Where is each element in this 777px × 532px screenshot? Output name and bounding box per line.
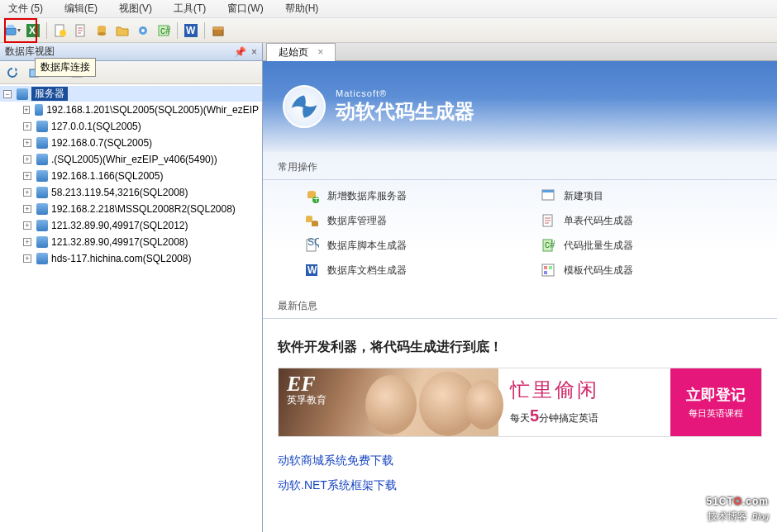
panel-close-icon[interactable]: × xyxy=(251,46,257,58)
server-node[interactable]: +127.0.0.1(SQL2005) xyxy=(0,118,262,135)
brand-banner: Maticsoft® 动软代码生成器 xyxy=(263,61,777,152)
op-item[interactable]: 模板代码生成器 xyxy=(541,263,744,278)
svg-text:SQL: SQL xyxy=(307,238,319,248)
left-panel: 数据库视图 📌 × ✕ 数据库连接 − 服务器 +192.168.1.201\S… xyxy=(0,43,263,532)
op-item[interactable]: 单表代码生成器 xyxy=(541,213,744,228)
tree-root-label: 服务器 xyxy=(31,87,68,101)
word-icon[interactable]: W xyxy=(182,21,200,40)
server-node[interactable]: +hds-117.hichina.com(SQL2008) xyxy=(0,250,262,267)
menu-view[interactable]: 视图(V) xyxy=(114,0,157,17)
op-item[interactable]: c#代码批量生成器 xyxy=(541,238,744,253)
expand-icon[interactable]: + xyxy=(23,155,31,164)
svg-rect-28 xyxy=(306,217,312,222)
expand-icon[interactable]: + xyxy=(23,188,31,197)
server-node[interactable]: +192.168.0.7(SQL2005) xyxy=(0,135,262,151)
svg-rect-1 xyxy=(7,25,14,28)
download-link[interactable]: 动软.NET系统框架下载 xyxy=(278,473,762,498)
code-icon[interactable]: c# xyxy=(155,21,173,40)
menu-window[interactable]: 窗口(W) xyxy=(222,0,268,17)
excel-icon[interactable]: X xyxy=(24,21,42,40)
server-icon xyxy=(36,220,48,231)
op-item[interactable]: 新建项目 xyxy=(541,188,744,203)
svg-rect-40 xyxy=(549,266,552,269)
expand-icon[interactable]: + xyxy=(23,106,30,114)
server-node[interactable]: +58.213.119.54,3216(SQL2008) xyxy=(0,184,262,201)
server-icon xyxy=(35,104,43,116)
toolbar-separator xyxy=(46,22,47,39)
op-label: 单表代码生成器 xyxy=(564,214,633,228)
new-doc-icon[interactable] xyxy=(51,21,69,40)
server-icon xyxy=(36,253,48,264)
svg-rect-0 xyxy=(6,28,16,35)
expand-icon[interactable]: + xyxy=(23,221,31,230)
server-label: 58.213.119.54,3216(SQL2008) xyxy=(51,185,188,200)
server-icon xyxy=(36,203,48,215)
section-common-ops: 常用操作 xyxy=(263,152,777,180)
db-icon[interactable] xyxy=(93,21,111,40)
op-icon xyxy=(541,188,555,203)
toolbar-separator xyxy=(177,22,178,39)
op-label: 模板代码生成器 xyxy=(564,264,633,278)
svg-point-9 xyxy=(98,32,106,36)
server-node[interactable]: +.(SQL2005)(Whir_ezEIP_v406(5490)) xyxy=(0,151,262,168)
collapse-icon[interactable]: − xyxy=(3,90,12,98)
tab-close-icon[interactable]: × xyxy=(317,46,323,58)
svg-text:W: W xyxy=(307,264,317,276)
svg-rect-41 xyxy=(544,271,547,274)
menu-tools[interactable]: 工具(T) xyxy=(169,0,211,17)
ad-cta-button[interactable]: 立即登记 每日英语课程 xyxy=(670,368,761,436)
folder-icon[interactable] xyxy=(113,21,131,40)
menu-edit[interactable]: 编辑(E) xyxy=(60,0,102,17)
op-icon: SQL xyxy=(304,238,319,253)
svg-rect-17 xyxy=(213,27,223,30)
server-node[interactable]: +121.32.89.90,49917(SQL2008) xyxy=(0,234,262,250)
server-node[interactable]: +192.168.2.218\MSSQL2008R2(SQL2008) xyxy=(0,201,262,217)
expand-icon[interactable]: + xyxy=(23,254,31,263)
brand-subtitle: Maticsoft® xyxy=(336,88,474,98)
op-label: 数据库文档生成器 xyxy=(327,264,407,278)
op-icon: W xyxy=(304,263,319,278)
toolbar-separator xyxy=(204,22,205,39)
db-connect-icon[interactable]: ▾ xyxy=(3,21,21,40)
download-link[interactable]: 动软商城系统免费下载 xyxy=(278,449,762,473)
expand-icon[interactable]: + xyxy=(23,205,31,213)
pin-icon[interactable]: 📌 xyxy=(234,46,246,58)
section-news: 最新信息 xyxy=(263,291,777,319)
tree-root[interactable]: − 服务器 xyxy=(0,86,262,102)
ad-banner[interactable]: EF英孚教育 忙里偷闲 每天5分钟搞定英语 立即登记 每日英语课程 xyxy=(278,368,762,437)
expand-icon[interactable]: + xyxy=(23,122,31,131)
expand-icon[interactable]: + xyxy=(23,172,31,180)
servers-icon xyxy=(17,88,28,100)
server-node[interactable]: +192.168.1.201\SQL2005(SQL2005)(Whir_ezE… xyxy=(0,102,262,118)
op-item[interactable]: 数据库管理器 xyxy=(304,213,508,228)
server-label: 121.32.89.90,49917(SQL2012) xyxy=(51,218,188,233)
server-icon xyxy=(36,236,48,248)
server-node[interactable]: +192.168.1.166(SQL2005) xyxy=(0,168,262,184)
svg-rect-39 xyxy=(544,266,547,269)
tab-label: 起始页 xyxy=(279,46,308,58)
refresh-icon[interactable] xyxy=(3,64,21,82)
op-item[interactable]: W数据库文档生成器 xyxy=(304,263,508,278)
op-item[interactable]: +新增数据库服务器 xyxy=(304,188,508,203)
news-headline: 软件开发利器，将代码生成进行到底！ xyxy=(263,327,777,368)
script-icon[interactable] xyxy=(72,21,90,40)
svg-text:X: X xyxy=(29,25,36,36)
server-node[interactable]: +121.32.89.90,49917(SQL2012) xyxy=(0,217,262,234)
server-icon xyxy=(36,137,48,149)
svg-text:W: W xyxy=(186,25,196,36)
server-tree[interactable]: − 服务器 +192.168.1.201\SQL2005(SQL2005)(Wh… xyxy=(0,84,262,532)
menu-file[interactable]: 文件 (5) xyxy=(3,0,48,17)
ad-image: EF英孚教育 xyxy=(279,368,498,436)
op-item[interactable]: SQL数据库脚本生成器 xyxy=(304,238,508,253)
brand-logo-icon xyxy=(283,85,326,128)
right-pane: 起始页 × Maticsoft® 动软代码生成器 常用操作 +新增数据库服务器新… xyxy=(263,43,777,532)
gear-icon[interactable] xyxy=(134,21,152,40)
tab-start-page[interactable]: 起始页 × xyxy=(266,43,336,61)
menu-help[interactable]: 帮助(H) xyxy=(280,0,324,17)
expand-icon[interactable]: + xyxy=(23,139,31,147)
op-icon: c# xyxy=(541,238,555,253)
expand-icon[interactable]: + xyxy=(23,238,31,246)
op-icon xyxy=(304,213,319,228)
server-icon xyxy=(36,121,48,132)
package-icon[interactable] xyxy=(209,21,227,40)
